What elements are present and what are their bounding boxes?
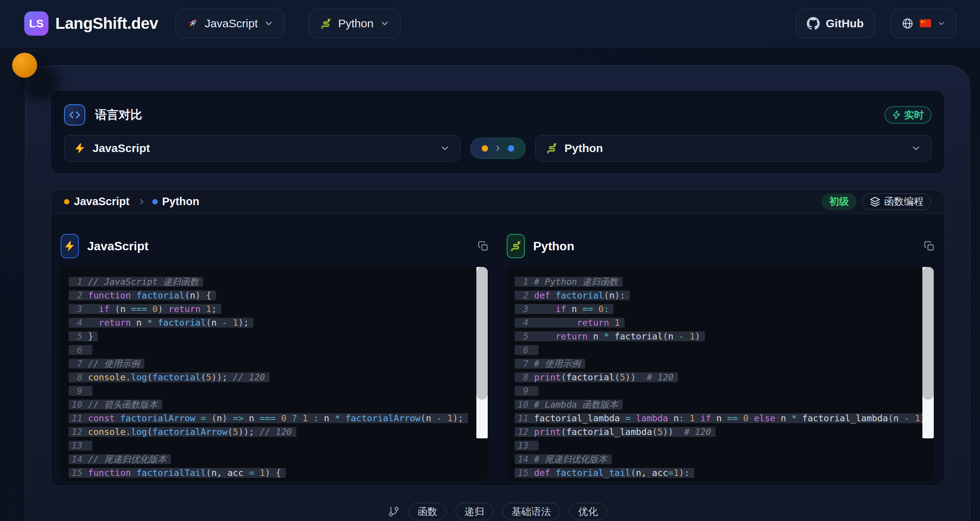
line-number: 2: [518, 290, 528, 300]
scrollbar-thumb[interactable]: [476, 267, 488, 400]
code-token: ?: [292, 413, 302, 424]
code-line: 2function factorial(n) {: [68, 290, 216, 300]
code-token: n: [217, 413, 222, 424]
code-token: =: [200, 413, 211, 424]
main-panel: 语言对比 实时 JavaScript Python: [25, 65, 970, 521]
code-token: (: [147, 372, 152, 382]
code-token: if: [700, 413, 716, 424]
code-token: factorial_tail: [555, 468, 631, 478]
code-panel-javascript: JavaScript 1// JavaScript 递归函数2function …: [60, 234, 488, 481]
scrollbar-thumb[interactable]: [923, 267, 934, 400]
topic-badge: 函数编程: [862, 193, 931, 210]
code-line: 12console.log(factorialArrow(5)); // 120: [68, 427, 296, 437]
line-number: 11: [72, 413, 82, 423]
code-token: *: [791, 413, 802, 424]
code-line: 4 return 1: [515, 318, 625, 328]
code-token: # 尾递归优化版本: [534, 454, 607, 465]
line-number: 8: [518, 372, 528, 382]
code-token: console: [88, 372, 126, 382]
tag-pill[interactable]: 递归: [455, 503, 493, 520]
code-token: 5: [620, 372, 625, 382]
code-token: if: [99, 304, 115, 314]
code-token: factorial: [137, 290, 185, 301]
code-token: (: [631, 468, 636, 478]
git-branch-icon: [388, 506, 399, 517]
line-number: 11: [518, 413, 528, 423]
navbar: LS LangShift.dev JavaScript Python GitHu…: [0, 0, 980, 47]
nav-target-language-select[interactable]: Python: [309, 9, 400, 38]
code-token: function: [88, 468, 136, 478]
code-token: n: [212, 317, 222, 328]
code-token: 1: [615, 317, 620, 328]
tag-pill[interactable]: 基础语法: [503, 503, 560, 520]
tag-pill[interactable]: 函数: [409, 503, 446, 520]
code-line: 4 return n * factorial(n - 1);: [68, 318, 253, 328]
code-token: if: [555, 304, 571, 314]
code-token: .: [126, 427, 131, 437]
code-token: n: [893, 413, 904, 424]
code-token: factorial: [566, 372, 614, 382]
nav-source-language-label: JavaScript: [205, 17, 258, 30]
site-title[interactable]: LangShift.dev: [55, 14, 158, 33]
nav-source-language-select[interactable]: JavaScript: [175, 9, 285, 38]
code-token: *: [604, 331, 614, 342]
target-language-select[interactable]: Python: [536, 135, 932, 161]
code-line: 6: [68, 345, 92, 355]
locale-select[interactable]: [891, 9, 956, 38]
code-token: 1: [690, 413, 700, 424]
code-token: (: [561, 427, 566, 437]
code-token: (: [212, 413, 217, 424]
code-editor-javascript[interactable]: 1// JavaScript 递归函数2function factorial(n…: [60, 266, 488, 481]
line-number: 8: [72, 372, 82, 382]
line-number: 12: [518, 427, 528, 437]
breadcrumb-source[interactable]: JavaScript: [74, 195, 130, 208]
scrollbar[interactable]: [476, 267, 488, 438]
code-token: n: [324, 413, 335, 424]
github-button[interactable]: GitHub: [796, 9, 875, 38]
code-token: (: [652, 427, 657, 437]
code-token: ):: [615, 290, 625, 301]
code-token: (: [185, 290, 190, 301]
code-token: -: [904, 413, 915, 424]
code-token: }: [88, 331, 93, 342]
code-token: // 箭头函数版本: [88, 399, 157, 410]
line-number: 13: [518, 441, 528, 451]
line-number: 3: [518, 304, 528, 314]
conversion-indicator: [470, 138, 526, 159]
code-line: 10// 箭头函数版本: [68, 400, 162, 409]
line-number: 4: [518, 318, 528, 328]
copy-code-button[interactable]: [478, 241, 488, 252]
code-editor-python[interactable]: 1# Python 递归函数2def factorial(n):3 if n =…: [507, 266, 934, 481]
scrollbar[interactable]: [923, 267, 934, 438]
code-token: ) {: [195, 290, 211, 301]
code-token: 1: [690, 331, 695, 342]
code-token: 0: [281, 413, 292, 424]
code-panel-python: Python 1# Python 递归函数2def factorial(n):3…: [507, 234, 934, 481]
code-token: // JavaScript 递归函数: [88, 276, 199, 287]
code-token: 5: [233, 427, 238, 437]
compare-title: 语言对比: [95, 107, 142, 123]
breadcrumb-target[interactable]: Python: [162, 195, 199, 208]
source-language-label: JavaScript: [92, 142, 150, 155]
china-flag-icon: [920, 19, 931, 27]
target-language-dot: [508, 145, 514, 152]
code-line: 3 if (n === 0) return 1;: [68, 304, 221, 314]
logo[interactable]: LS: [24, 11, 49, 36]
code-token: (: [206, 468, 212, 478]
code-token: =: [668, 468, 673, 478]
globe-icon: [902, 18, 914, 30]
copy-code-button[interactable]: [924, 241, 934, 252]
code-token: factorialArrow: [345, 413, 420, 424]
line-number: 9: [518, 386, 528, 396]
code-token: factorial: [555, 290, 604, 301]
level-badge: 初级: [822, 193, 856, 210]
source-language-select[interactable]: JavaScript: [64, 135, 460, 161]
tag-pill[interactable]: 优化: [569, 503, 607, 520]
line-number: 1: [72, 277, 82, 287]
target-language-label: Python: [565, 142, 603, 155]
code-token: # 120: [646, 372, 673, 382]
code-token: const: [88, 413, 120, 424]
code-token: return: [555, 331, 593, 342]
code-token: ));: [238, 427, 259, 437]
chevron-down-icon: [380, 19, 390, 29]
